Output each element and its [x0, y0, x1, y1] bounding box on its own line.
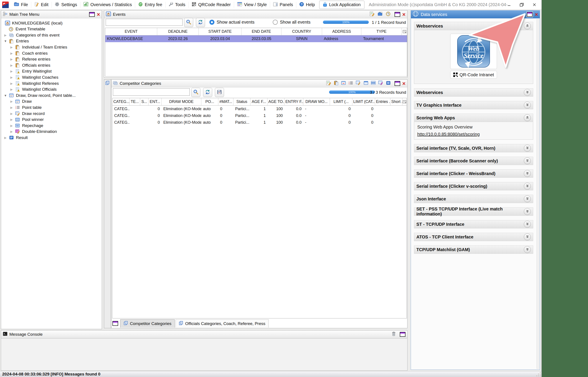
column-header-categ[interactable]: CATEG...	[113, 98, 129, 105]
column-header-limit[interactable]: LIMIT (...	[330, 98, 352, 105]
menu-item-help[interactable]: ?Help	[296, 0, 318, 9]
table-row[interactable]: CATEG...0Elimination (KO-Mode) ...auto0P…	[113, 106, 407, 112]
column-header-draw-mode[interactable]: DRAW MODE	[162, 98, 201, 105]
section-header-tcp-udp-matchlist-gam[interactable]: TCP/UDP Matchlist (GAM)	[414, 246, 533, 254]
console-body[interactable]	[1, 338, 407, 370]
webservices-section-header[interactable]: Webservices	[414, 22, 533, 30]
trash-icon[interactable]	[392, 331, 396, 337]
menu-item-tools[interactable]: Tools	[166, 0, 188, 9]
menu-item-view-style[interactable]: View / Style	[234, 0, 270, 9]
rows-icon[interactable]	[371, 81, 375, 86]
tree-item-draw-record[interactable]: ▶Draw record	[1, 111, 102, 117]
expand-section-button[interactable]	[524, 246, 531, 253]
menu-item-overviews-statistics[interactable]: Overviews / Statistics	[80, 0, 135, 9]
column-header-short[interactable]: Short ...	[390, 98, 402, 105]
webservice-launch-button[interactable]: Web Service	[450, 34, 497, 69]
tree-item-waitinglist-officials[interactable]: ▶Waitinglist Officials	[1, 87, 102, 93]
tree-item-waitinglist-coaches[interactable]: ▶Waitinglist Coaches	[1, 74, 102, 80]
column-header-type[interactable]: TYPE	[361, 28, 402, 35]
form-edit-icon[interactable]	[326, 81, 331, 86]
menu-item-qrcode-reader[interactable]: QRCode Reader	[189, 0, 234, 9]
table-corner-icon[interactable]	[402, 28, 407, 35]
tab-officials-categories-coach-referee-press[interactable]: Officials Categories, Coach, Referee, Pr…	[176, 319, 269, 328]
categories-side-strip[interactable]	[104, 79, 111, 328]
expand-section-button[interactable]	[524, 157, 531, 164]
paste-icon[interactable]	[334, 81, 339, 86]
table-row[interactable]: CATEG...0Elimination (KO-Mode) ...auto0P…	[113, 119, 407, 126]
column-header-deadline[interactable]: DEADLINE	[157, 28, 199, 35]
section-header-serial-interface-barcode-scanner-only[interactable]: Serial interface (Barcode Scanner only)	[414, 157, 533, 165]
categories-refresh-button[interactable]	[203, 88, 212, 97]
tree-close-icon[interactable]: ×	[97, 12, 100, 17]
column-header-draw-mo[interactable]: DRAW MO...	[303, 98, 330, 105]
folder-open-icon[interactable]	[378, 12, 383, 17]
minimize-button[interactable]	[507, 3, 511, 7]
blue-list-icon[interactable]	[386, 81, 390, 86]
menu-item-panels[interactable]: Panels	[270, 0, 296, 9]
expand-section-button[interactable]	[524, 208, 531, 215]
section-header-scoring-web-apps[interactable]: Scoring Web Apps	[414, 114, 533, 122]
tree-item-draw[interactable]: ▶Draw	[1, 99, 102, 105]
table-edit2-icon[interactable]	[378, 81, 384, 86]
collapse-section-button[interactable]	[524, 23, 531, 30]
expander-collapsed-icon[interactable]: ▶	[10, 106, 13, 109]
expander-collapsed-icon[interactable]: ▶	[10, 118, 13, 121]
resize-grip[interactable]	[540, 376, 541, 376]
tree-item-point-table[interactable]: ▶123Point table	[1, 105, 102, 110]
section-header-serial-interface-tv-scale-ovr-horn[interactable]: Serial interface (TV, Scale, OVR, Horn)	[414, 144, 533, 152]
section-header-webservices[interactable]: Webservices	[414, 88, 533, 97]
categories-save-button[interactable]	[215, 88, 224, 97]
tree-item-entries[interactable]: ▼Entries	[1, 38, 102, 44]
expander-collapsed-icon[interactable]: ▶	[10, 52, 13, 55]
tree-item-coach-entries[interactable]: ▶Coach entries	[1, 50, 102, 56]
expander-collapsed-icon[interactable]: ▶	[10, 46, 13, 49]
column-header-address[interactable]: ADDRESS	[322, 28, 361, 35]
column-header-age-f[interactable]: AGE F...	[250, 98, 268, 105]
tab-competitor-categories[interactable]: Competitor Categories	[120, 319, 175, 328]
section-header-tv-graphics-interface[interactable]: TV Graphics Interface	[414, 101, 533, 109]
events-search-input[interactable]	[106, 19, 182, 26]
tree-item-officials-entries[interactable]: ▶Officials entries	[1, 62, 102, 68]
categories-magnifier-button[interactable]	[191, 88, 200, 97]
section-header-st-tcp-udp-interface[interactable]: ST - TCP/UDP Interface	[414, 220, 533, 228]
expander-collapsed-icon[interactable]: ▶	[10, 88, 13, 91]
table-row[interactable]: CATEG...0Elimination (KO-Mode) ...auto0P…	[113, 112, 407, 119]
tree-item-waitinglist-referees[interactable]: ▶Waitinglist Referees	[1, 81, 102, 86]
expander-collapsed-icon[interactable]: ▶	[4, 136, 7, 140]
expander-collapsed-icon[interactable]: ▶	[10, 70, 13, 73]
collapse-section-button[interactable]	[524, 114, 531, 121]
table-icon[interactable]	[364, 81, 368, 86]
table-edit-icon[interactable]	[356, 81, 361, 86]
section-header-json-interface[interactable]: Json Interface	[414, 195, 533, 203]
menu-item-file[interactable]: File	[11, 0, 31, 9]
expand-section-button[interactable]	[524, 102, 531, 109]
expand-section-button[interactable]	[524, 221, 531, 228]
radio-show-all-events[interactable]: Show all events	[273, 20, 310, 25]
data-services-scrollbar[interactable]	[536, 19, 539, 369]
column-header-entries[interactable]: Entries ...	[375, 98, 390, 105]
radio-show-actual-events[interactable]: Show actual events	[209, 20, 254, 25]
qr-code-intranet-button[interactable]: QR-Code Intranet	[450, 71, 497, 79]
column-header-mat[interactable]: #MAT...	[218, 98, 233, 105]
tree-item-result[interactable]: ▶Result	[1, 135, 102, 141]
expander-collapsed-icon[interactable]: ▶	[10, 124, 13, 127]
expand-section-button[interactable]	[524, 89, 531, 96]
clock-icon[interactable]	[386, 12, 390, 17]
expand-section-button[interactable]	[524, 195, 531, 202]
expander-collapsed-icon[interactable]: ▶	[10, 112, 13, 115]
expander-collapsed-icon[interactable]: ▶	[4, 34, 7, 37]
section-header-set-pss-tcp-udp-interface-live-match-information[interactable]: SET - PSS TCP/UDP Interface (Live match …	[414, 207, 533, 216]
console-maximize-icon[interactable]	[400, 332, 406, 337]
events-maximize-icon[interactable]	[395, 12, 400, 17]
column-header-po[interactable]: PO...	[201, 98, 218, 105]
tree-item-individual-team-entries[interactable]: ▶Individual / Team Entries	[1, 44, 102, 50]
tree-item-categories-of-this-event[interactable]: ▶Categories of this event	[1, 32, 102, 38]
events-refresh-button[interactable]	[196, 18, 205, 27]
data-services-maximize-icon[interactable]	[527, 12, 532, 17]
menu-item-entry-fee[interactable]: Entry fee	[135, 0, 165, 9]
tree-item-repechage[interactable]: ▶Repechage	[1, 123, 102, 129]
column-header-age-to[interactable]: AGE TO...	[268, 98, 284, 105]
expander-collapsed-icon[interactable]: ▶	[10, 100, 13, 103]
menu-item-edit[interactable]: Edit	[31, 0, 51, 9]
scoring-link[interactable]: http://10.0.0.85:8080/set/scoring	[417, 132, 480, 137]
